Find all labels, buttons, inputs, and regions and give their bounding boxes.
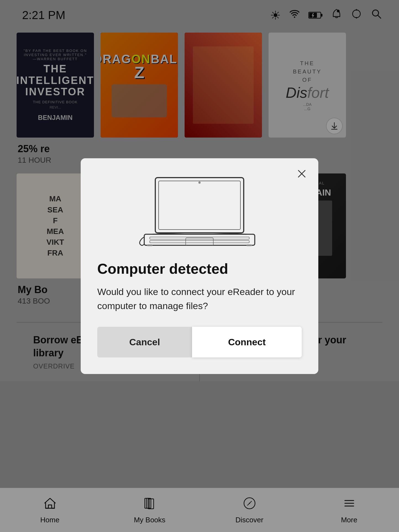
modal-buttons: Cancel Connect [97,327,302,357]
modal-close-button[interactable] [294,166,309,181]
computer-detected-modal: Computer detected Would you like to conn… [81,158,318,374]
modal-overlay: Computer detected Would you like to conn… [0,0,399,532]
connect-button[interactable]: Connect [192,327,302,357]
svg-rect-27 [150,241,249,243]
svg-rect-26 [150,237,249,239]
svg-point-24 [198,181,201,184]
svg-rect-28 [186,238,213,246]
cancel-button[interactable]: Cancel [97,327,192,357]
laptop-illustration [97,172,302,249]
modal-description: Would you like to connect your eReader t… [97,285,302,313]
svg-rect-25 [144,234,255,245]
svg-rect-30 [246,244,252,246]
svg-rect-23 [159,181,240,230]
modal-title: Computer detected [97,260,302,277]
svg-rect-29 [147,244,153,246]
